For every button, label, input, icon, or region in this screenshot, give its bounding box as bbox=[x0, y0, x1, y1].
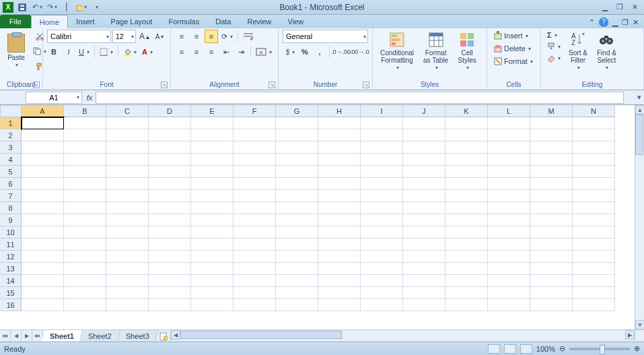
grow-font-button[interactable]: A▴ bbox=[137, 30, 151, 43]
select-all-corner[interactable] bbox=[0, 105, 22, 117]
cell-D4[interactable] bbox=[149, 154, 191, 166]
number-format-select[interactable]: General▾ bbox=[283, 30, 368, 43]
cell-A3[interactable] bbox=[22, 141, 64, 154]
cell-G10[interactable] bbox=[276, 226, 318, 238]
cell-D6[interactable] bbox=[149, 178, 191, 190]
cell-I10[interactable] bbox=[361, 226, 403, 238]
cell-A11[interactable] bbox=[22, 238, 64, 251]
cell-H5[interactable] bbox=[318, 166, 361, 178]
cell-B11[interactable] bbox=[64, 238, 106, 251]
column-header-N[interactable]: N bbox=[573, 105, 615, 117]
cell-A5[interactable] bbox=[22, 166, 64, 178]
row-header-4[interactable]: 4 bbox=[0, 154, 22, 166]
tab-data[interactable]: Data bbox=[207, 15, 239, 28]
insert-cells-button[interactable]: Insert▾ bbox=[491, 30, 536, 42]
cell-A16[interactable] bbox=[22, 299, 64, 311]
cell-K5[interactable] bbox=[445, 166, 488, 178]
cell-J3[interactable] bbox=[403, 141, 445, 154]
cell-B13[interactable] bbox=[64, 263, 106, 275]
cell-C10[interactable] bbox=[106, 226, 149, 238]
cell-C15[interactable] bbox=[106, 287, 149, 299]
cell-D7[interactable] bbox=[149, 190, 191, 202]
cell-M2[interactable] bbox=[530, 129, 573, 141]
cell-K15[interactable] bbox=[445, 287, 488, 299]
format-cells-button[interactable]: Format▾ bbox=[491, 55, 536, 67]
cell-B3[interactable] bbox=[64, 141, 106, 154]
comma-button[interactable]: , bbox=[313, 45, 326, 59]
cell-I11[interactable] bbox=[361, 238, 403, 251]
clipboard-launcher[interactable]: ↘ bbox=[33, 82, 40, 88]
autosum-button[interactable]: Σ▾ bbox=[545, 30, 563, 40]
cell-E10[interactable] bbox=[191, 226, 234, 238]
cell-C1[interactable] bbox=[106, 117, 149, 129]
cell-L8[interactable] bbox=[488, 202, 530, 214]
page-layout-view-button[interactable] bbox=[504, 344, 516, 354]
formula-bar[interactable] bbox=[96, 92, 624, 104]
cell-L1[interactable] bbox=[488, 117, 530, 129]
cell-L10[interactable] bbox=[488, 226, 530, 238]
scroll-left-button[interactable]: ◀ bbox=[171, 330, 180, 340]
prev-sheet-button[interactable]: ◀ bbox=[11, 330, 22, 342]
cell-A12[interactable] bbox=[22, 251, 64, 263]
undo-button[interactable]: ↶▾ bbox=[31, 1, 43, 13]
cell-B8[interactable] bbox=[64, 202, 106, 214]
cell-E12[interactable] bbox=[191, 251, 234, 263]
cell-I8[interactable] bbox=[361, 202, 403, 214]
cell-D13[interactable] bbox=[149, 263, 191, 275]
cell-H1[interactable] bbox=[318, 117, 361, 129]
cell-L12[interactable] bbox=[488, 251, 530, 263]
cell-E3[interactable] bbox=[191, 141, 234, 154]
fill-color-button[interactable]: ▾ bbox=[121, 45, 139, 59]
normal-view-button[interactable] bbox=[488, 344, 500, 354]
cell-N11[interactable] bbox=[573, 238, 615, 251]
column-header-M[interactable]: M bbox=[530, 105, 573, 117]
cell-F6[interactable] bbox=[234, 178, 276, 190]
row-header-5[interactable]: 5 bbox=[0, 166, 22, 178]
cell-H6[interactable] bbox=[318, 178, 361, 190]
cell-H12[interactable] bbox=[318, 251, 361, 263]
cell-J2[interactable] bbox=[403, 129, 445, 141]
fill-button[interactable]: ▾ bbox=[545, 41, 563, 52]
cell-L3[interactable] bbox=[488, 141, 530, 154]
qat-customize[interactable]: ▾ bbox=[90, 1, 102, 13]
accounting-format-button[interactable]: $▾ bbox=[283, 45, 297, 59]
cell-J11[interactable] bbox=[403, 238, 445, 251]
decrease-decimal-button[interactable]: .00→.0 bbox=[351, 45, 368, 59]
cell-M9[interactable] bbox=[530, 214, 573, 226]
cell-E6[interactable] bbox=[191, 178, 234, 190]
cell-M15[interactable] bbox=[530, 287, 573, 299]
cell-D3[interactable] bbox=[149, 141, 191, 154]
cell-N4[interactable] bbox=[573, 154, 615, 166]
row-header-7[interactable]: 7 bbox=[0, 190, 22, 202]
cell-N12[interactable] bbox=[573, 251, 615, 263]
cell-E16[interactable] bbox=[191, 299, 234, 311]
cell-F13[interactable] bbox=[234, 263, 276, 275]
zoom-level[interactable]: 100% bbox=[536, 345, 555, 353]
column-header-B[interactable]: B bbox=[64, 105, 106, 117]
align-middle-button[interactable]: ≡ bbox=[190, 30, 203, 43]
cell-H13[interactable] bbox=[318, 263, 361, 275]
cell-L5[interactable] bbox=[488, 166, 530, 178]
cell-D8[interactable] bbox=[149, 202, 191, 214]
tab-page-layout[interactable]: Page Layout bbox=[103, 15, 161, 28]
underline-button[interactable]: U▾ bbox=[77, 45, 92, 59]
cell-F1[interactable] bbox=[234, 117, 276, 129]
cell-M13[interactable] bbox=[530, 263, 573, 275]
cell-E8[interactable] bbox=[191, 202, 234, 214]
cell-D14[interactable] bbox=[149, 275, 191, 287]
row-header-1[interactable]: 1 bbox=[0, 117, 22, 129]
page-break-view-button[interactable] bbox=[520, 344, 532, 354]
find-select-button[interactable]: Find & Select▾ bbox=[594, 30, 620, 73]
cell-E9[interactable] bbox=[191, 214, 234, 226]
cell-E2[interactable] bbox=[191, 129, 234, 141]
cell-K2[interactable] bbox=[445, 129, 488, 141]
cell-C11[interactable] bbox=[106, 238, 149, 251]
font-name-select[interactable]: Calibri▾ bbox=[47, 30, 111, 43]
cell-M16[interactable] bbox=[530, 299, 573, 311]
cell-J14[interactable] bbox=[403, 275, 445, 287]
align-center-button[interactable]: ≡ bbox=[190, 45, 203, 59]
cell-E4[interactable] bbox=[191, 154, 234, 166]
horizontal-scrollbar[interactable]: ◀ ▶ bbox=[170, 330, 635, 342]
cell-K6[interactable] bbox=[445, 178, 488, 190]
tab-home[interactable]: Home bbox=[31, 15, 68, 28]
